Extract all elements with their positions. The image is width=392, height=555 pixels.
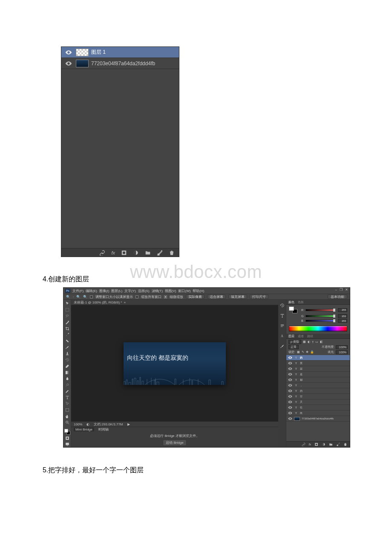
g-slider[interactable] [306, 315, 336, 317]
group-icon[interactable] [329, 442, 333, 447]
color-swatch-pair[interactable] [289, 306, 297, 313]
stamp-tool[interactable] [64, 351, 70, 357]
menu-view[interactable]: 视图(V) [165, 289, 176, 293]
actual-pixels-button[interactable]: 实际像素 [186, 295, 205, 299]
mini-bridge-tab[interactable]: Mini Bridge [74, 428, 94, 431]
timeline-tab[interactable]: 时间轴 [97, 427, 110, 432]
hand-tool[interactable] [64, 413, 70, 419]
filter-pixel-icon[interactable]: ▦ [303, 340, 306, 344]
visibility-icon[interactable] [288, 401, 292, 404]
resize-window-checkbox[interactable] [90, 295, 93, 298]
menu-select[interactable]: 选择(S) [138, 289, 150, 293]
layer-row[interactable]: T的 [286, 388, 350, 394]
layer-row[interactable]: T空 [286, 394, 350, 399]
brush-tool[interactable] [64, 344, 70, 350]
visibility-icon[interactable] [288, 390, 292, 393]
fill-screen-button[interactable]: 填充屏幕 [228, 295, 247, 299]
visibility-icon[interactable] [288, 412, 292, 415]
gradient-tool[interactable] [64, 370, 70, 376]
filter-shape-icon[interactable]: ▭ [315, 340, 318, 344]
adjustment-layer-icon[interactable] [133, 250, 139, 256]
screenmode-icon[interactable] [64, 441, 70, 447]
filter-smart-icon[interactable]: ◧ [320, 340, 323, 344]
brush-panel-icon[interactable] [279, 343, 285, 349]
opacity-value[interactable]: 100% [336, 345, 348, 349]
layer-row[interactable]: T莫 [286, 361, 350, 366]
maximize-icon[interactable]: ❐ [340, 288, 343, 292]
quickmask-icon[interactable] [64, 435, 70, 441]
menu-image[interactable]: 图像(I) [99, 289, 110, 293]
blend-mode-select[interactable]: 正常 [288, 345, 299, 349]
swatches-tab[interactable]: 色板 [298, 300, 304, 304]
foreground-background-swatch[interactable] [64, 429, 70, 435]
menu-edit[interactable]: 编辑(E) [86, 289, 97, 293]
menu-file[interactable]: 文件(F) [72, 289, 84, 293]
filter-type-icon[interactable]: T [312, 341, 314, 344]
layer-row[interactable]: T向 [286, 410, 350, 416]
character-panel-icon[interactable] [279, 312, 285, 318]
layer-row-selected[interactable]: 图层 1 [61, 47, 179, 58]
menu-help[interactable]: 帮助(H) [193, 289, 204, 293]
zoom-tool[interactable] [64, 419, 70, 425]
visibility-icon[interactable] [288, 362, 292, 365]
visibility-icon[interactable] [64, 61, 73, 66]
blur-tool[interactable] [64, 376, 70, 382]
visibility-icon[interactable] [288, 367, 292, 370]
paragraph-panel-icon[interactable] [279, 323, 285, 329]
layer-row[interactable]: T天 [286, 399, 350, 405]
layers-tab[interactable]: 图层 [288, 334, 294, 338]
b-slider[interactable] [306, 320, 336, 322]
visibility-icon[interactable] [288, 379, 292, 382]
scrubby-zoom-checkbox[interactable] [164, 295, 167, 298]
new-layer-icon[interactable] [336, 442, 340, 447]
visibility-icon[interactable] [288, 406, 292, 409]
zoom-all-checkbox[interactable] [135, 295, 138, 298]
delete-layer-icon[interactable] [343, 442, 347, 447]
magic-wand-tool[interactable] [64, 319, 70, 325]
glyphs-panel-icon[interactable]: A [279, 333, 285, 339]
layer-row[interactable]: T， [286, 383, 350, 388]
r-slider[interactable] [306, 309, 336, 311]
layer-row[interactable]: T的 [286, 355, 350, 361]
layer-row[interactable]: T往 [286, 405, 350, 410]
crop-tool[interactable] [64, 326, 70, 332]
adjustment-layer-icon[interactable] [322, 442, 326, 447]
menu-filter[interactable]: 滤镜(T) [152, 289, 163, 293]
menu-type[interactable]: 文字(Y) [124, 289, 136, 293]
document-tab[interactable]: 未标题-1 @ 100% (的, RGB/8) * × [71, 300, 278, 305]
layer-row[interactable]: 77203e04f87a64da2fddd4fb [286, 416, 350, 422]
healing-tool[interactable] [64, 338, 70, 344]
fit-screen-button[interactable]: 适合屏幕 [207, 295, 226, 299]
eraser-tool[interactable] [64, 363, 70, 369]
status-arrow-icon[interactable]: ▶ [127, 422, 130, 426]
layer-mask-icon[interactable] [314, 442, 318, 447]
fill-value[interactable]: 100% [336, 350, 348, 354]
zoom-level[interactable]: 100% [74, 422, 82, 426]
lock-position-icon[interactable]: ✎ [302, 350, 304, 354]
move-tool[interactable] [64, 301, 70, 306]
visibility-icon[interactable] [288, 417, 292, 420]
visibility-icon[interactable] [288, 356, 292, 359]
color-tab[interactable]: 颜色 [288, 300, 294, 304]
type-tool[interactable] [64, 395, 70, 401]
zoom-out-icon[interactable]: 🔍 [83, 295, 87, 299]
b-value[interactable]: 255 [338, 319, 347, 323]
lock-move-icon[interactable]: ✥ [306, 350, 308, 354]
layer-row[interactable]: T是 [286, 372, 350, 377]
layer-mask-icon[interactable] [121, 250, 127, 256]
menu-layer[interactable]: 图层(L) [111, 289, 122, 293]
visibility-icon[interactable] [288, 395, 292, 398]
layer-style-icon[interactable]: fx [111, 250, 115, 255]
layer-style-icon[interactable]: fx [309, 443, 311, 446]
print-size-button[interactable]: 打印尺寸 [250, 295, 268, 299]
zoom-tool-icon[interactable]: 🔍 [66, 295, 70, 299]
menu-window[interactable]: 窗口(W) [178, 289, 190, 293]
marquee-tool[interactable] [64, 307, 70, 313]
shape-tool[interactable] [64, 407, 70, 413]
link-layers-icon[interactable] [302, 442, 306, 447]
workspace-button[interactable]: 基本功能 [328, 295, 347, 299]
new-layer-icon[interactable] [157, 250, 163, 256]
lock-pixels-icon[interactable]: ▦ [297, 350, 300, 354]
dodge-tool[interactable] [64, 382, 70, 388]
layer-row[interactable]: T都 [286, 377, 350, 383]
